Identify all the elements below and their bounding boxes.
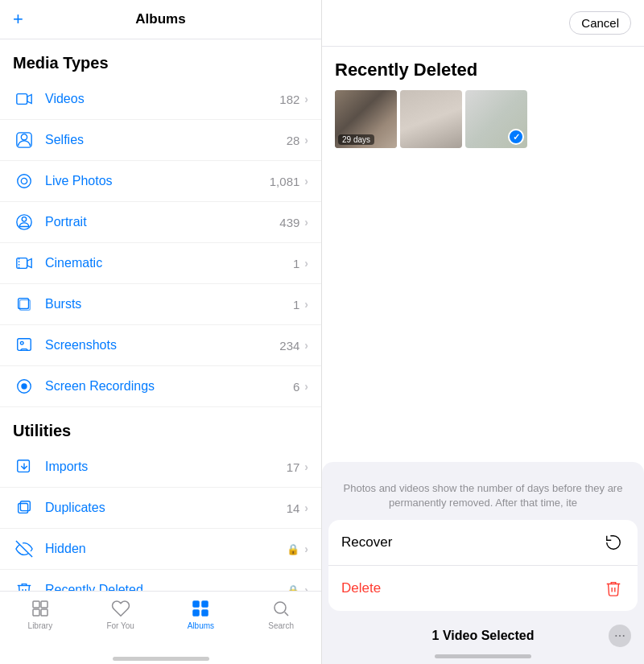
right-home-indicator [322,648,644,664]
delete-action[interactable]: Delete [328,565,638,611]
svg-rect-25 [202,610,208,616]
svg-point-26 [275,602,286,613]
album-name-duplicates: Duplicates [45,501,287,515]
svg-point-28 [615,635,617,637]
tab-for-you-label: For You [106,621,134,630]
more-button[interactable] [609,625,631,647]
svg-point-11 [20,341,23,344]
album-count-portrait: 439 [279,216,299,229]
chevron-imports: › [304,460,308,473]
album-item-hidden[interactable]: Hidden 🔒 › [0,529,321,570]
utilities-header: Utilities [0,407,321,447]
album-item-portrait[interactable]: Portrait 439 › [0,202,321,243]
screenshots-icon [13,334,35,357]
album-item-duplicates[interactable]: Duplicates 14 › [0,488,321,529]
album-name-bursts: Bursts [45,297,293,311]
action-sheet: Photos and videos show the number of day… [322,462,644,664]
album-item-videos[interactable]: Videos 182 › [0,79,321,120]
svg-point-3 [21,178,27,184]
media-types-list: Videos 182 › Selfies 28 › Live Photos 1,… [0,79,321,407]
chevron-duplicates: › [304,501,308,514]
delete-icon [602,577,625,600]
cancel-button[interactable]: Cancel [569,11,631,35]
album-item-selfies[interactable]: Selfies 28 › [0,120,321,161]
chevron-recently-deleted: › [304,584,308,591]
album-name-recently-deleted: Recently Deleted [45,583,287,591]
album-name-live: Live Photos [45,174,270,188]
svg-rect-16 [20,501,30,511]
photo-grid: 29 days [322,90,644,148]
cinematic-icon [13,252,35,274]
svg-rect-23 [202,601,208,607]
selected-bar: 1 Video Selected [322,617,644,648]
svg-line-27 [285,612,288,616]
duplicates-icon [13,497,35,519]
tab-albums[interactable]: Albums [161,598,242,630]
photo-thumb-1[interactable]: 29 days [335,90,397,148]
svg-point-30 [623,635,625,637]
svg-rect-15 [19,504,28,513]
selected-badge [508,129,524,145]
chevron-portrait: › [304,216,308,229]
photo-thumb-2[interactable] [400,90,462,148]
albums-tab-icon [190,598,211,619]
album-item-screen-recordings[interactable]: Screen Recordings 6 › [0,366,321,407]
chevron-screenshots: › [304,339,308,352]
action-sheet-menu: Recover Delete [328,520,638,611]
photo-thumb-3[interactable] [465,90,527,148]
tab-for-you[interactable]: For You [80,598,161,630]
album-name-hidden: Hidden [45,542,287,556]
utilities-list: Imports 17 › Duplicates 14 › Hidden 🔒 [0,447,321,591]
delete-label: Delete [341,580,602,596]
recover-label: Recover [341,534,602,551]
selfies-icon [13,129,35,151]
album-name-screenshots: Screenshots [45,338,279,353]
svg-point-1 [21,134,27,140]
album-item-screenshots[interactable]: Screenshots 234 › [0,325,321,366]
album-item-recently-deleted[interactable]: Recently Deleted 🔒 › [0,570,321,591]
album-name-portrait: Portrait [45,215,279,229]
album-item-imports[interactable]: Imports 17 › [0,447,321,488]
imports-icon [13,456,35,478]
left-panel: + Albums Media Types Videos 182 › Selfie… [0,0,322,664]
album-name-screen-recordings: Screen Recordings [45,379,293,394]
days-badge: 29 days [338,134,374,145]
album-count-imports: 17 [287,460,300,474]
album-count-videos: 182 [279,93,299,106]
album-item-cinematic[interactable]: Cinematic 1 › [0,243,321,284]
left-home-indicator [0,657,321,664]
portrait-icon [13,211,35,233]
svg-rect-14 [18,460,30,472]
album-name-cinematic: Cinematic [45,256,293,270]
right-title: Recently Deleted [322,47,644,90]
tab-library[interactable]: Library [0,598,80,630]
chevron-screen-recordings: › [304,380,308,393]
video-icon [13,88,35,110]
live-icon [13,170,35,192]
tab-search[interactable]: Search [241,598,321,630]
album-count-selfies: 28 [287,134,300,147]
album-count-screen-recordings: 6 [293,380,299,394]
recover-action[interactable]: Recover [328,520,638,565]
chevron-selfies: › [304,134,308,146]
svg-point-4 [18,175,31,188]
album-count-live: 1,081 [270,175,300,188]
album-count-screenshots: 234 [279,339,299,353]
albums-title: Albums [135,11,185,27]
svg-rect-7 [17,258,27,269]
svg-rect-0 [17,94,27,105]
tab-search-label: Search [268,621,294,630]
svg-rect-19 [41,601,47,608]
svg-rect-18 [33,601,39,608]
album-item-bursts[interactable]: Bursts 1 › [0,284,321,325]
svg-point-13 [21,383,27,389]
svg-rect-22 [193,601,199,607]
album-count-cinematic: 1 [293,257,299,270]
bursts-icon [13,293,35,316]
svg-point-29 [619,635,621,637]
album-item-live[interactable]: Live Photos 1,081 › [0,161,321,202]
chevron-bursts: › [304,298,308,311]
action-sheet-info: Photos and videos show the number of day… [322,462,644,520]
svg-rect-24 [193,610,199,616]
add-button[interactable]: + [13,9,23,30]
